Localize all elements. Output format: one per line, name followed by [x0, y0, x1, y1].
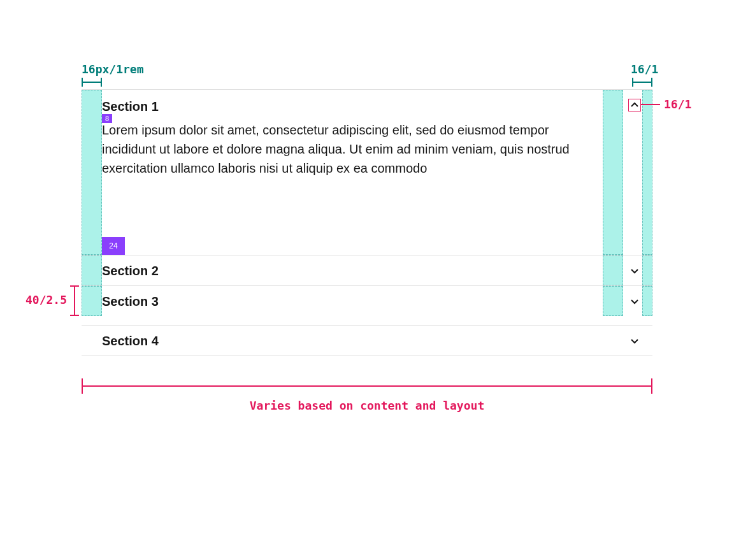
chevron-up-svg — [630, 100, 640, 110]
row-body: Lorem ipsum dolor sit amet, consectetur … — [82, 115, 652, 178]
row-title-text: Section 2 — [102, 255, 159, 286]
chevron-down-icon[interactable] — [628, 334, 641, 347]
row-title-text: Section 3 — [102, 286, 159, 317]
accordion-row-4[interactable]: Section 4 — [82, 325, 652, 355]
canvas: Section 1 Lorem ipsum dolor sit amet, co… — [0, 0, 734, 560]
ibeam-row-height — [70, 285, 79, 316]
chevron-down-icon[interactable] — [628, 264, 641, 277]
dim-label-width-note: Varies based on content and layout — [0, 400, 734, 412]
accordion-spec: Section 1 Lorem ipsum dolor sit amet, co… — [82, 89, 652, 355]
chevron-down-icon[interactable] — [628, 295, 641, 308]
accordion-row-1: Section 1 Lorem ipsum dolor sit amet, co… — [82, 89, 652, 255]
dim-label-gutter-left: 16px/1rem — [82, 64, 144, 75]
row-title[interactable]: Section 1 — [82, 97, 652, 115]
row-title-text: Section 4 — [102, 326, 159, 356]
accordion-row-2[interactable]: Section 2 — [82, 255, 652, 285]
dim-label-row-height: 40/2.5 — [25, 294, 67, 306]
dim-label-chevron: 16/1 — [664, 99, 691, 110]
chevron-up-icon[interactable] — [628, 99, 641, 111]
ibeam-gutter-right — [632, 78, 652, 87]
span-arrow-width — [82, 382, 652, 390]
row-title-text: Section 1 — [102, 97, 159, 115]
ibeam-gutter-left — [82, 78, 102, 87]
dim-label-gutter-right: 16/1 — [631, 64, 658, 75]
accordion-row-3[interactable]: Section 3 — [82, 285, 652, 316]
spacing-chip-24: 24 — [102, 237, 125, 255]
